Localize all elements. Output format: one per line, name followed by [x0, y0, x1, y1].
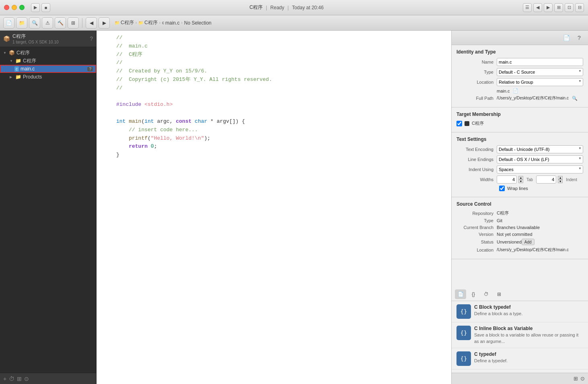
issue-btn[interactable]: ⚠ — [42, 17, 53, 29]
membership-checkbox[interactable] — [456, 121, 462, 126]
sc-add-button[interactable]: Add — [522, 239, 535, 245]
new-file-inspector-icon[interactable]: 📄 — [561, 33, 571, 43]
snippet-desc-1: Define a block as a type. — [474, 311, 583, 317]
branch-value: Branches Unavailable — [497, 225, 540, 230]
sc-location-label: Location — [456, 248, 497, 252]
toolbar-sep-1 — [82, 18, 82, 28]
run-button[interactable]: ▶ — [31, 3, 40, 12]
titlebar-right: ☰ ◀ ▶ ⊞ ⊡ ⊟ — [523, 3, 584, 12]
snippet-text-1: C Block typedef Define a block as a type… — [474, 304, 583, 317]
toolbar: 📄 📁 🔍 ⚠ 🔨 ⊞ ◀ ▶ 📁 C程序 › 📁 C程序 › c main.c… — [0, 15, 588, 31]
breadcrumb-item-1[interactable]: 📁 C程序 — [115, 19, 134, 26]
indent-width-input[interactable] — [536, 175, 556, 184]
zoom-bottom-icon[interactable]: ⊙ — [580, 376, 585, 382]
clock-icon[interactable]: ⏱ — [9, 376, 14, 382]
help-icon[interactable]: ? — [90, 35, 93, 42]
project-meta: 1 target, OS X SDK 10.10 — [12, 40, 59, 44]
sidebar-item-products[interactable]: ▶ 📁 Products — [0, 73, 96, 81]
snippet-tab-table[interactable]: ⊞ — [493, 289, 505, 299]
snippet-desc-3: Define a typedef. — [474, 358, 583, 364]
sidebar-toggle[interactable]: ⊞ — [554, 3, 563, 12]
snippet-item-1[interactable]: {} C Block typedef Define a block as a t… — [452, 301, 588, 322]
forward-button[interactable]: ▶ — [544, 3, 553, 12]
target-name: C程序 — [472, 120, 484, 126]
add-icon[interactable]: + — [3, 376, 6, 382]
tab-stepper-up[interactable]: ▲ — [518, 176, 523, 180]
build-btn[interactable]: 🔨 — [55, 17, 66, 29]
snippet-text-3: C typedef Define a typedef. — [474, 351, 583, 364]
indent-field: Spaces — [497, 165, 583, 173]
filename-icon: 📄 — [513, 88, 518, 93]
indent-num-field: ▲ ▼ — [536, 175, 563, 184]
zoom-button[interactable] — [19, 5, 25, 10]
breadcrumb-item-2[interactable]: 📁 C程序 — [138, 19, 158, 26]
grid-btn[interactable]: ⊞ — [68, 17, 79, 29]
snippet-tab-braces[interactable]: {} — [468, 289, 479, 299]
snippet-title-3: C typedef — [474, 351, 583, 357]
breadcrumb-item-4[interactable]: No Selection — [184, 20, 212, 26]
filter-icon[interactable]: ⊞ — [17, 376, 22, 382]
type-select[interactable]: Default - C Source — [497, 68, 583, 76]
tab-width-input[interactable] — [497, 175, 517, 184]
indent-select[interactable]: Spaces — [497, 165, 583, 173]
new-file-btn[interactable]: 📄 — [3, 17, 14, 29]
sidebar-tree: ▼ 📦 C程序 ▼ 📁 C程序 c main.c ? ▶ — [0, 47, 96, 373]
help-inspector-icon[interactable]: ? — [574, 33, 584, 43]
indent-stepper-up[interactable]: ▲ — [558, 176, 563, 180]
location-select[interactable]: Relative to Group — [497, 78, 583, 86]
indent-num-label: Indent — [566, 178, 577, 182]
tab-stepper[interactable]: ▲ ▼ — [518, 176, 523, 183]
code-line — [97, 109, 451, 118]
source-control-section: Source Control Repository C程序 Type Git C… — [452, 197, 588, 259]
minimize-button[interactable] — [12, 5, 17, 10]
location-field: Relative to Group — [497, 78, 583, 86]
sidebar-item-main-c[interactable]: c main.c ? — [0, 65, 96, 73]
line-endings-select[interactable]: Default - OS X / Unix (LF) — [497, 155, 583, 163]
snippet-icon-1: {} — [456, 304, 471, 319]
breadcrumb-item-3[interactable]: c main.c — [162, 20, 179, 26]
inspector-spacer — [452, 259, 588, 285]
layout-btn-1[interactable]: ☰ — [523, 3, 532, 12]
code-line: // — [97, 34, 451, 42]
nav-prev[interactable]: ◀ — [86, 17, 97, 29]
indent-stepper-down[interactable]: ▼ — [558, 180, 563, 183]
expand-icon[interactable]: ⊙ — [24, 376, 29, 382]
snippet-tab-file[interactable]: 📄 — [455, 289, 466, 299]
snippet-item-3[interactable]: {} C typedef Define a typedef. — [452, 348, 588, 370]
code-line: int main(int argc, const char * argv[]) … — [97, 118, 451, 126]
snippet-tab-clock[interactable]: ⏱ — [481, 289, 492, 299]
snippet-icon-3: {} — [456, 351, 471, 366]
grid-bottom-icon[interactable]: ⊞ — [574, 376, 578, 382]
close-button[interactable] — [4, 5, 9, 10]
wrap-checkbox[interactable] — [499, 186, 505, 191]
code-line: // Copyright (c) 2015年 Y_Y. All rights r… — [97, 76, 451, 84]
version-value: Not yet committed — [497, 232, 532, 237]
indent-stepper[interactable]: ▲ ▼ — [558, 176, 563, 183]
code-line: // — [97, 59, 451, 67]
back-button[interactable]: ◀ — [533, 3, 542, 12]
sidebar-item-project[interactable]: ▼ 📦 C程序 — [0, 49, 96, 57]
folder-icon: 📁 — [138, 21, 143, 25]
version-row: Version Not yet committed — [456, 232, 583, 237]
name-input[interactable] — [497, 58, 583, 66]
layout-btn-2[interactable]: ⊡ — [565, 3, 574, 12]
fullpath-label: Full Path — [456, 96, 497, 101]
open-btn[interactable]: 📁 — [16, 17, 27, 29]
snippet-area: 📄 {} ⏱ ⊞ {} C Block typedef Define a blo… — [452, 285, 588, 373]
encoding-select[interactable]: Default - Unicode (UTF-8) — [497, 145, 583, 153]
repo-value: C程序 — [497, 210, 509, 216]
code-line: return 0; — [97, 142, 451, 151]
target-membership-section: Target Membership C程序 — [452, 107, 588, 132]
search-btn[interactable]: 🔍 — [29, 17, 40, 29]
stop-button[interactable]: ■ — [41, 3, 50, 12]
layout-btn-3[interactable]: ⊟ — [575, 3, 584, 12]
code-editor[interactable]: // // main.c // C程序 // // Created by Y_Y… — [97, 31, 451, 384]
version-label: Version — [456, 232, 497, 237]
sc-type-row: Type Git — [456, 218, 583, 223]
snippet-item-2[interactable]: {} C Inline Block as Variable Save a blo… — [452, 322, 588, 348]
sidebar-item-folder[interactable]: ▼ 📁 C程序 — [0, 57, 96, 65]
nav-next[interactable]: ▶ — [99, 17, 110, 29]
snippet-tabs: 📄 {} ⏱ ⊞ — [452, 288, 588, 301]
tab-stepper-down[interactable]: ▼ — [518, 180, 523, 183]
project-name: C程序 — [12, 33, 59, 40]
